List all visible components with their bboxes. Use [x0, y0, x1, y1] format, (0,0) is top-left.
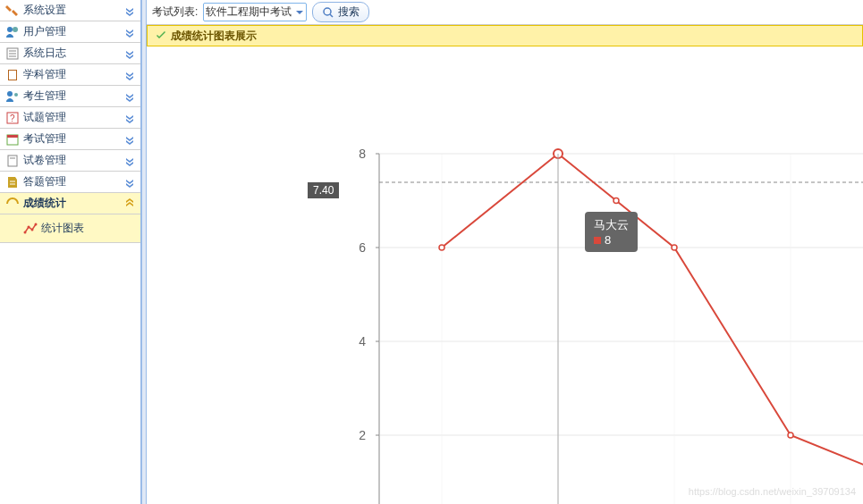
- watermark: https://blog.csdn.net/weixin_39709134: [689, 486, 856, 497]
- average-label: 7.40: [308, 182, 339, 198]
- svg-point-20: [324, 8, 331, 15]
- search-button[interactable]: 搜索: [312, 2, 369, 22]
- svg-point-1: [13, 27, 18, 32]
- svg-point-17: [28, 225, 30, 228]
- sidebar-item-label: 考生管理: [23, 88, 66, 104]
- svg-point-40: [672, 245, 677, 250]
- chevron-down-icon: [295, 8, 304, 17]
- svg-point-41: [788, 433, 793, 438]
- stats-icon: [5, 197, 20, 211]
- tools-icon: [5, 4, 20, 18]
- main: 考试列表: 软件工程期中考试 搜索 成绩统计图表展示: [147, 0, 863, 504]
- sidebar-item-answer-mgmt[interactable]: 答题管理: [0, 172, 140, 193]
- chevron-up-icon: [124, 198, 135, 209]
- panel-title: 成绩统计图表展示: [171, 29, 257, 44]
- svg-line-21: [330, 14, 333, 17]
- sidebar-item-label: 试卷管理: [23, 153, 66, 168]
- search-icon: [322, 6, 334, 19]
- svg-rect-14: [8, 155, 17, 166]
- tooltip-name: 马大云: [594, 217, 629, 233]
- svg-point-18: [31, 228, 34, 231]
- chart-icon: [23, 222, 38, 236]
- submenu-item-label: 统计图表: [41, 221, 84, 236]
- search-button-label: 搜索: [338, 4, 360, 20]
- svg-point-9: [14, 93, 18, 97]
- submenu-item-chart[interactable]: 统计图表: [18, 218, 140, 239]
- submenu: 统计图表: [0, 214, 140, 243]
- sidebar-item-system-settings[interactable]: 系统设置: [0, 0, 140, 21]
- paper-icon: [5, 154, 20, 168]
- chevron-down-icon: [124, 70, 135, 80]
- y-tick-2: 2: [359, 428, 366, 442]
- sidebar: 系统设置 用户管理 系统日志 学科管理: [0, 0, 141, 504]
- sidebar-item-paper-mgmt[interactable]: 试卷管理: [0, 150, 140, 172]
- sidebar-item-label: 成绩统计: [23, 196, 66, 211]
- svg-point-8: [7, 91, 13, 97]
- toolbar: 考试列表: 软件工程期中考试 搜索: [147, 0, 863, 25]
- svg-text:?: ?: [10, 113, 15, 123]
- chevron-down-icon: [124, 27, 135, 38]
- check-icon: [155, 29, 167, 42]
- svg-point-37: [439, 245, 444, 250]
- svg-point-19: [35, 223, 38, 225]
- svg-point-39: [613, 198, 619, 204]
- book-icon: [5, 68, 20, 82]
- answer-icon: [5, 175, 20, 189]
- exam-select-value: 软件工程期中考试: [206, 4, 292, 20]
- sidebar-item-question-mgmt[interactable]: ? 试题管理: [0, 107, 140, 129]
- sidebar-item-label: 系统日志: [23, 46, 66, 61]
- chart-tooltip: 马大云 8: [585, 212, 638, 252]
- sidebar-item-label: 试题管理: [23, 110, 66, 125]
- sidebar-item-label: 答题管理: [23, 174, 66, 189]
- sidebar-item-subject-mgmt[interactable]: 学科管理: [0, 64, 140, 86]
- student-icon: [5, 89, 20, 104]
- exam-icon: [5, 132, 20, 147]
- sidebar-item-score-stats[interactable]: 成绩统计: [0, 193, 140, 214]
- question-icon: ?: [5, 111, 20, 125]
- exam-list-label: 考试列表:: [152, 4, 198, 20]
- users-icon: [5, 25, 20, 39]
- sidebar-item-label: 用户管理: [23, 24, 66, 39]
- sidebar-item-label: 学科管理: [23, 67, 66, 82]
- svg-rect-7: [9, 71, 16, 80]
- chevron-down-icon: [124, 177, 135, 188]
- panel-header: 成绩统计图表展示: [147, 25, 863, 46]
- chevron-down-icon: [124, 5, 135, 16]
- chevron-down-icon: [124, 113, 135, 123]
- line-chart: 8 6 4 2: [308, 100, 863, 504]
- sidebar-item-system-log[interactable]: 系统日志: [0, 43, 140, 64]
- sidebar-item-label: 系统设置: [23, 3, 66, 18]
- svg-point-0: [7, 27, 13, 32]
- svg-rect-13: [7, 135, 18, 138]
- exam-select[interactable]: 软件工程期中考试: [203, 3, 307, 21]
- svg-point-16: [24, 231, 27, 233]
- chevron-down-icon: [124, 91, 135, 102]
- y-tick-6: 6: [359, 240, 366, 255]
- y-tick-4: 4: [359, 334, 366, 349]
- sidebar-item-label: 考试管理: [23, 131, 66, 147]
- sidebar-item-student-mgmt[interactable]: 考生管理: [0, 86, 140, 107]
- y-tick-8: 8: [359, 147, 366, 161]
- tooltip-marker-icon: [594, 237, 601, 244]
- log-icon: [5, 46, 20, 61]
- sidebar-item-exam-mgmt[interactable]: 考试管理: [0, 129, 140, 150]
- sidebar-item-user-mgmt[interactable]: 用户管理: [0, 21, 140, 43]
- chevron-down-icon: [124, 155, 135, 166]
- chart-area: 8 6 4 2 7.40 马大云 8: [147, 46, 863, 504]
- tooltip-value: 8: [605, 233, 611, 247]
- chevron-down-icon: [124, 48, 135, 59]
- chevron-down-icon: [124, 134, 135, 145]
